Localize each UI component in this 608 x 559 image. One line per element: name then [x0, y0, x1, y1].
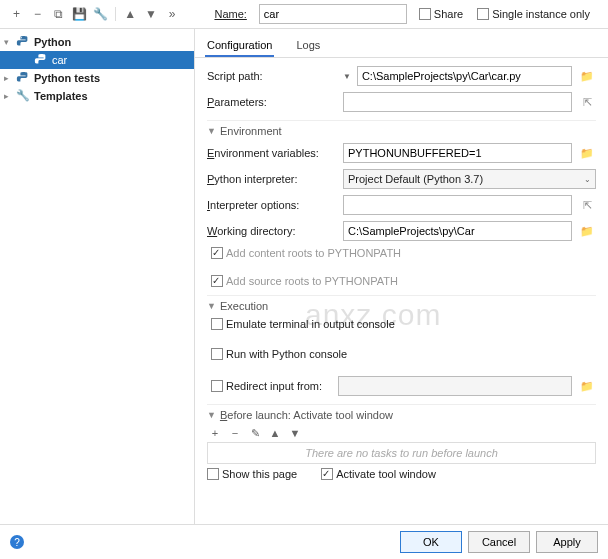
- script-path-dropdown[interactable]: ▼: [343, 72, 351, 81]
- down-icon[interactable]: ▼: [143, 5, 160, 23]
- interpreter-label: Python interpreter:: [207, 173, 337, 185]
- interp-opts-label: Interpreter options:: [207, 199, 337, 211]
- env-vars-input[interactable]: [343, 143, 572, 163]
- wrench-icon[interactable]: 🔧: [92, 5, 109, 23]
- name-input[interactable]: [259, 4, 407, 24]
- run-console-checkbox[interactable]: Run with Python console: [211, 348, 596, 360]
- tab-configuration[interactable]: Configuration: [205, 35, 274, 57]
- folder-icon[interactable]: 📁: [578, 225, 596, 238]
- apply-button[interactable]: Apply: [536, 531, 598, 553]
- script-path-input[interactable]: [357, 66, 572, 86]
- folder-icon[interactable]: 📁: [578, 70, 596, 83]
- ok-button[interactable]: OK: [400, 531, 462, 553]
- folder-icon[interactable]: 📁: [578, 380, 596, 393]
- activate-tw-checkbox[interactable]: Activate tool window: [321, 468, 436, 480]
- before-launch-section[interactable]: ▼Before launch: Activate tool window: [207, 409, 596, 421]
- workdir-label: Working directory:: [207, 225, 337, 237]
- cancel-button[interactable]: Cancel: [468, 531, 530, 553]
- save-icon[interactable]: 💾: [71, 5, 88, 23]
- tab-logs[interactable]: Logs: [294, 35, 322, 57]
- interp-opts-input[interactable]: [343, 195, 572, 215]
- before-launch-toolbar: + − ✎ ▲ ▼: [207, 427, 596, 440]
- dialog-footer: ? OK Cancel Apply: [0, 524, 608, 559]
- workdir-input[interactable]: [343, 221, 572, 241]
- down-icon[interactable]: ▼: [287, 427, 303, 440]
- add-source-checkbox[interactable]: Add source roots to PYTHONPATH: [211, 275, 596, 287]
- config-tree: ▾Python car ▸Python tests ▸🔧Templates: [0, 29, 195, 524]
- up-icon[interactable]: ▲: [267, 427, 283, 440]
- tree-node-car[interactable]: car: [0, 51, 194, 69]
- remove-icon[interactable]: −: [227, 427, 243, 440]
- svg-point-0: [21, 37, 22, 38]
- redirect-checkbox[interactable]: Redirect input from:: [211, 380, 322, 392]
- parameters-input[interactable]: [343, 92, 572, 112]
- redirect-input: [338, 376, 572, 396]
- script-path-label: Script path:: [207, 70, 337, 82]
- folder-icon[interactable]: 📁: [578, 147, 596, 160]
- add-content-checkbox[interactable]: Add content roots to PYTHONPATH: [211, 247, 596, 259]
- show-page-checkbox[interactable]: Show this page: [207, 468, 297, 480]
- add-icon[interactable]: +: [207, 427, 223, 440]
- tree-node-python[interactable]: ▾Python: [0, 33, 194, 51]
- environment-section[interactable]: ▼Environment: [207, 125, 596, 137]
- interpreter-select[interactable]: Project Default (Python 3.7)⌄: [343, 169, 596, 189]
- execution-section[interactable]: ▼Execution: [207, 300, 596, 312]
- expand-icon[interactable]: ⇱: [578, 199, 596, 212]
- expand-icon[interactable]: ⇱: [578, 96, 596, 109]
- single-instance-checkbox[interactable]: Single instance only: [477, 8, 590, 20]
- before-launch-list: There are no tasks to run before launch: [207, 442, 596, 464]
- expand-icon[interactable]: »: [164, 5, 181, 23]
- env-vars-label: Environment variables:: [207, 147, 337, 159]
- remove-icon[interactable]: −: [29, 5, 46, 23]
- emulate-checkbox[interactable]: Emulate terminal in output console: [211, 318, 596, 330]
- tabs: Configuration Logs: [195, 29, 608, 58]
- top-toolbar: + − ⧉ 💾 🔧 ▲ ▼ » Name: Share Single insta…: [0, 0, 608, 29]
- edit-icon[interactable]: ✎: [247, 427, 263, 440]
- add-icon[interactable]: +: [8, 5, 25, 23]
- tree-node-templates[interactable]: ▸🔧Templates: [0, 87, 194, 104]
- parameters-label: PParameters:arameters:: [207, 96, 337, 108]
- up-icon[interactable]: ▲: [122, 5, 139, 23]
- share-checkbox[interactable]: Share: [419, 8, 463, 20]
- name-label: Name:: [214, 8, 246, 20]
- tree-node-python-tests[interactable]: ▸Python tests: [0, 69, 194, 87]
- help-icon[interactable]: ?: [10, 535, 24, 549]
- copy-icon[interactable]: ⧉: [50, 5, 67, 23]
